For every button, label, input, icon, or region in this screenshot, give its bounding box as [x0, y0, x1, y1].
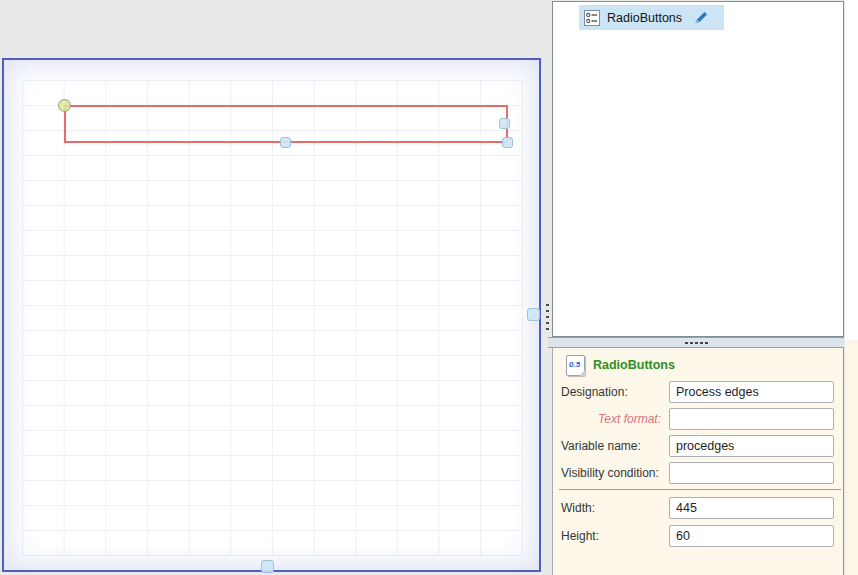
height-label: Height:: [561, 529, 665, 543]
page-resize-handle-bottom[interactable]: [261, 560, 274, 573]
field-row-width: Width:: [553, 497, 843, 519]
field-row-height: Height:: [553, 525, 843, 547]
number-format-icon: 0.5: [566, 355, 585, 376]
page-resize-handle-right[interactable]: [527, 308, 540, 321]
variable-name-input[interactable]: [669, 435, 834, 457]
properties-panel-title: RadioButtons: [593, 358, 675, 372]
resize-handle-bottom[interactable]: [280, 137, 291, 148]
field-row-variable-name: Variable name:: [553, 435, 843, 457]
tree-item-radiobuttons[interactable]: RadioButtons: [579, 5, 724, 30]
designation-input[interactable]: [669, 381, 834, 403]
width-input[interactable]: [669, 497, 834, 519]
edit-pencil-icon[interactable]: [694, 10, 709, 25]
width-label: Width:: [561, 501, 665, 515]
tree-item-label: RadioButtons: [607, 11, 682, 25]
visibility-condition-input[interactable]: [669, 462, 834, 484]
element-tree-panel: RadioButtons: [552, 1, 844, 337]
designation-label: Designation:: [561, 385, 665, 399]
field-row-text-format: Text format:: [553, 408, 843, 430]
field-row-visibility-condition: Visibility condition:: [553, 462, 843, 484]
rotate-handle[interactable]: [58, 99, 71, 112]
resize-handle-right[interactable]: [499, 118, 510, 129]
form-design-canvas[interactable]: [2, 58, 541, 572]
canvas-grid: [22, 80, 523, 556]
variable-name-label: Variable name:: [561, 439, 665, 453]
field-row-designation: Designation:: [553, 381, 843, 403]
right-gutter-bottom: [845, 340, 858, 575]
height-input[interactable]: [669, 525, 834, 547]
horizontal-splitter-grip[interactable]: [548, 337, 844, 348]
right-gutter-top: [845, 0, 858, 340]
properties-divider: [559, 489, 841, 490]
text-format-input[interactable]: [669, 408, 834, 430]
text-format-label: Text format:: [553, 412, 661, 426]
vertical-splitter-grip[interactable]: [545, 304, 549, 340]
visibility-condition-label: Visibility condition:: [561, 466, 665, 480]
radiobuttons-icon: [584, 10, 600, 26]
resize-handle-bottom-right[interactable]: [502, 137, 513, 148]
properties-panel: 0.5 RadioButtons Designation: Text forma…: [552, 348, 844, 575]
canvas-page[interactable]: [4, 60, 539, 570]
